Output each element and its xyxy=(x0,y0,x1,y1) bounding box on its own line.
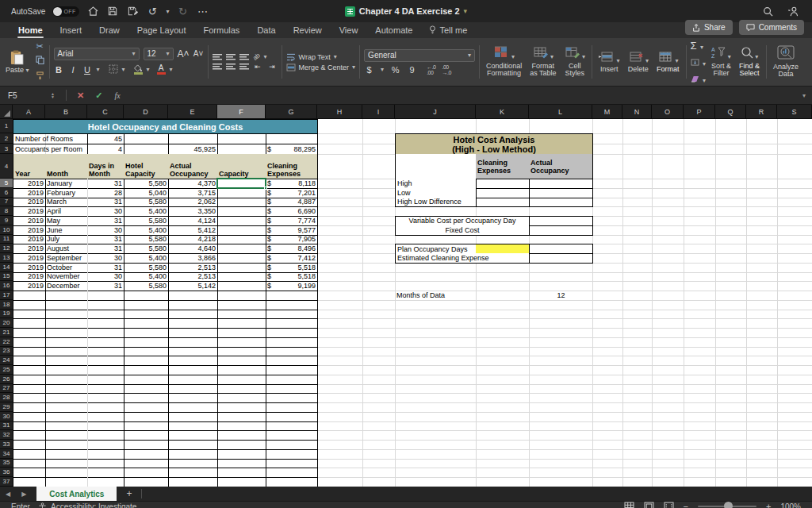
bold-button[interactable]: B xyxy=(54,65,64,75)
cell-C37[interactable] xyxy=(87,477,124,487)
row-header-33[interactable]: 33 xyxy=(0,440,13,449)
insert-function-icon[interactable]: fx xyxy=(108,91,126,100)
row-header-10[interactable]: 10 xyxy=(0,225,13,235)
format-cells-button[interactable]: ▾ Format xyxy=(654,51,682,74)
cell-K7[interactable] xyxy=(476,198,530,208)
column-header-O[interactable]: O xyxy=(652,105,684,119)
column-header-B[interactable]: B xyxy=(45,105,87,119)
increase-decimal-icon[interactable]: ←.0.00 xyxy=(427,64,435,75)
column-header-F[interactable]: F xyxy=(217,105,266,119)
autosave-toggle[interactable]: OFF xyxy=(52,6,79,17)
row-header-35[interactable]: 35 xyxy=(0,459,13,468)
column-header-E[interactable]: E xyxy=(168,105,217,119)
decrease-indent-icon[interactable]: ⇤ xyxy=(253,63,263,71)
column-header-N[interactable]: N xyxy=(622,105,652,119)
cell-J10[interactable]: Fixed Cost xyxy=(395,225,530,236)
cell-L7[interactable] xyxy=(529,198,593,208)
add-sheet-button[interactable]: + xyxy=(117,488,141,499)
cell-E37[interactable] xyxy=(168,477,218,487)
row-header-11[interactable]: 11 xyxy=(0,235,13,244)
cell-F3[interactable] xyxy=(217,144,266,155)
cell-C2[interactable]: 45 xyxy=(87,133,124,144)
column-header-H[interactable]: H xyxy=(317,105,362,119)
selected-cell-outline[interactable] xyxy=(216,178,266,189)
formula-input[interactable] xyxy=(127,87,796,104)
normal-view-icon[interactable] xyxy=(624,502,634,508)
underline-button[interactable]: U xyxy=(82,65,93,75)
tab-view[interactable]: View xyxy=(331,22,367,38)
font-color-icon[interactable]: A xyxy=(157,64,166,75)
formula-bar-expand-icon[interactable]: ▾ xyxy=(796,92,812,99)
column-header-C[interactable]: C xyxy=(87,105,124,119)
column-header-R[interactable]: R xyxy=(746,105,777,119)
row-header-29[interactable]: 29 xyxy=(0,402,13,412)
analyze-data-button[interactable]: Analyze Data xyxy=(771,45,801,78)
row-header-18[interactable]: 18 xyxy=(0,300,13,310)
row-header-30[interactable]: 30 xyxy=(0,412,13,421)
zoom-out-icon[interactable]: − xyxy=(684,502,688,508)
name-box[interactable]: F5 xyxy=(0,91,51,100)
enter-icon[interactable]: ✓ xyxy=(90,90,108,101)
row-header-25[interactable]: 25 xyxy=(0,365,13,375)
row-header-32[interactable]: 32 xyxy=(0,430,13,440)
name-box-spinner[interactable]: ▲▼ xyxy=(51,92,55,98)
column-header-I[interactable]: I xyxy=(362,105,395,119)
find-select-button[interactable]: ▾ Find & Select xyxy=(737,46,762,77)
cell-A2[interactable]: Number of Rooms xyxy=(13,133,88,144)
cell-B4[interactable]: Month xyxy=(45,154,88,179)
cell-E2[interactable] xyxy=(168,133,218,144)
row-header-27[interactable]: 27 xyxy=(0,384,13,394)
percent-format-icon[interactable]: % xyxy=(390,65,400,75)
currency-format-icon[interactable]: $ xyxy=(364,65,374,75)
copy-icon[interactable] xyxy=(36,53,44,67)
accessibility-status[interactable]: Accessibility: Investigate xyxy=(38,502,136,508)
cell-F2[interactable] xyxy=(217,133,266,144)
account-icon[interactable] xyxy=(787,5,799,17)
row-header-1[interactable]: 1 xyxy=(0,119,13,133)
font-size-select[interactable]: 12▾ xyxy=(144,48,174,60)
cell-D4[interactable]: Hotel Capacity xyxy=(124,154,169,179)
align-top-icon[interactable] xyxy=(213,54,222,60)
cell-E3[interactable]: 45,925 xyxy=(168,144,218,155)
align-center-icon[interactable] xyxy=(226,64,236,70)
tab-automate[interactable]: Automate xyxy=(366,22,421,38)
cell-A4[interactable]: Year xyxy=(13,154,46,179)
row-header-31[interactable]: 31 xyxy=(0,421,13,431)
cut-icon[interactable]: ✂ xyxy=(35,41,45,52)
conditional-formatting-button[interactable]: ▾ Conditional Formatting xyxy=(484,46,524,77)
cell-D3[interactable] xyxy=(124,144,169,155)
row-header-28[interactable]: 28 xyxy=(0,393,13,402)
sort-filter-button[interactable]: AZ ▾ Sort & Filter xyxy=(709,46,733,77)
cell-J7[interactable]: High Low Difference xyxy=(395,198,477,208)
decrease-decimal-icon[interactable]: .00→.0 xyxy=(442,64,450,75)
row-header-16[interactable]: 16 xyxy=(0,281,13,291)
cell-L4[interactable]: Actual Occupancy xyxy=(529,154,593,179)
tab-review[interactable]: Review xyxy=(285,22,331,38)
align-middle-icon[interactable] xyxy=(226,54,236,60)
row-header-23[interactable]: 23 xyxy=(0,347,13,356)
tab-home[interactable]: Home xyxy=(10,22,52,38)
font-name-select[interactable]: Arial▾ xyxy=(54,48,140,60)
borders-icon[interactable] xyxy=(109,63,118,77)
row-header-34[interactable]: 34 xyxy=(0,449,13,459)
row-header-14[interactable]: 14 xyxy=(0,263,13,272)
increase-indent-icon[interactable]: ⇥ xyxy=(267,63,278,71)
column-header-P[interactable]: P xyxy=(684,105,715,119)
undo-caret-icon[interactable]: ▾ xyxy=(166,8,169,15)
row-header-17[interactable]: 17 xyxy=(0,291,13,300)
cell-E4[interactable]: Actual Occupancy xyxy=(168,154,218,179)
undo-icon[interactable]: ↺ xyxy=(146,5,159,17)
cell-F4[interactable]: Capacity xyxy=(217,154,266,179)
cell-L10[interactable] xyxy=(529,225,593,236)
format-as-table-button[interactable]: ▾ Format as Table xyxy=(527,46,558,77)
column-header-A[interactable]: A xyxy=(13,105,45,119)
tab-formulas[interactable]: Formulas xyxy=(195,22,249,38)
column-header-D[interactable]: D xyxy=(124,105,168,119)
cell-L17[interactable]: 12 xyxy=(529,291,593,301)
fill-down-icon[interactable]: ▾ xyxy=(691,55,706,69)
row-header-26[interactable]: 26 xyxy=(0,375,13,384)
tab-data[interactable]: Data xyxy=(248,22,284,38)
prev-sheet-icon[interactable]: ◀ xyxy=(0,491,16,498)
cell-D37[interactable] xyxy=(124,477,169,487)
row-header-36[interactable]: 36 xyxy=(0,468,13,477)
